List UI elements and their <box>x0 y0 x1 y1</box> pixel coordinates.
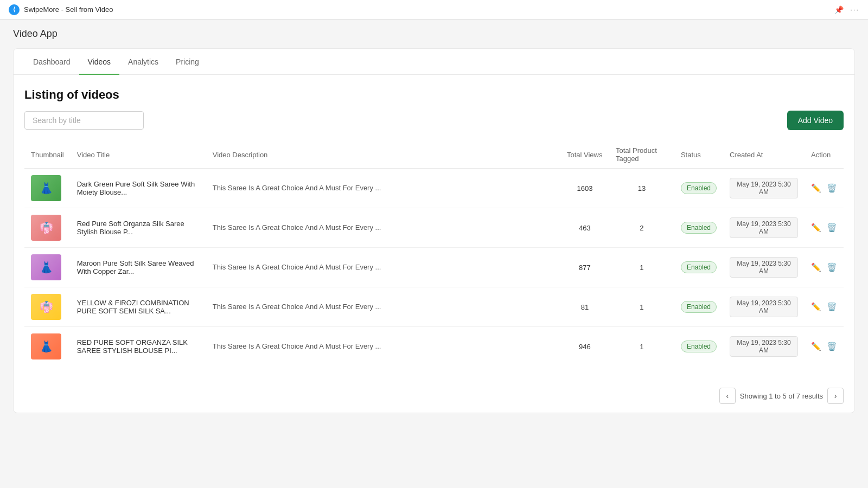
delete-icon-0[interactable]: 🗑️ <box>827 183 837 193</box>
cell-action-3: ✏️ 🗑️ <box>805 287 844 327</box>
tab-dashboard[interactable]: Dashboard <box>24 49 79 75</box>
col-created: Created At <box>723 141 805 169</box>
cell-description-0: This Saree Is A Great Choice And A Must … <box>206 169 560 208</box>
edit-icon-2[interactable]: ✏️ <box>811 262 821 272</box>
edit-icon-4[interactable]: ✏️ <box>811 342 821 351</box>
cell-status-4: Enabled <box>674 327 723 367</box>
cell-tagged-1: 2 <box>609 208 674 248</box>
cell-created-3: May 19, 2023 5:30 AM <box>723 287 805 327</box>
search-add-row: Add Video <box>24 111 844 130</box>
edit-icon-0[interactable]: ✏️ <box>811 183 821 193</box>
status-badge-3: Enabled <box>681 301 717 313</box>
action-icons-4: ✏️ 🗑️ <box>811 342 837 351</box>
page-header: Video App <box>0 20 868 40</box>
col-status: Status <box>674 141 723 169</box>
cell-tagged-0: 13 <box>609 169 674 208</box>
table-row: 👘 Red Pure Soft Organza Silk Saree Styli… <box>24 208 844 248</box>
cell-views-4: 946 <box>560 327 609 367</box>
thumbnail-img-1: 👘 <box>31 215 61 241</box>
cell-created-1: May 19, 2023 5:30 AM <box>723 208 805 248</box>
cell-created-0: May 19, 2023 5:30 AM <box>723 169 805 208</box>
cell-status-2: Enabled <box>674 248 723 287</box>
cell-title-4: RED PURE SOFT ORGANZA SILK SAREE STYLISH… <box>71 327 206 367</box>
created-badge-0: May 19, 2023 5:30 AM <box>730 178 798 198</box>
action-icons-3: ✏️ 🗑️ <box>811 302 837 312</box>
table-row: 👗 Maroon Pure Soft Silk Saree Weaved Wit… <box>24 248 844 287</box>
col-views: Total Views <box>560 141 609 169</box>
pagination-next[interactable]: › <box>827 388 844 404</box>
pin-icon[interactable]: 📌 <box>834 5 844 14</box>
table-body: 👗 Dark Green Pure Soft Silk Saree With M… <box>24 169 844 367</box>
top-bar-left: ⟨ SwipeMore - Sell from Video <box>9 4 113 15</box>
table-header: Thumbnail Video Title Video Description … <box>24 141 844 169</box>
action-icons-1: ✏️ 🗑️ <box>811 223 837 233</box>
tab-analytics[interactable]: Analytics <box>119 49 167 75</box>
col-action: Action <box>805 141 844 169</box>
cell-thumbnail-2: 👗 <box>24 248 71 287</box>
app-title: SwipeMore - Sell from Video <box>24 5 113 14</box>
cell-description-1: This Saree Is A Great Choice And A Must … <box>206 208 560 248</box>
cell-action-0: ✏️ 🗑️ <box>805 169 844 208</box>
status-badge-0: Enabled <box>681 182 717 194</box>
status-badge-4: Enabled <box>681 341 717 352</box>
delete-icon-2[interactable]: 🗑️ <box>827 262 837 272</box>
delete-icon-4[interactable]: 🗑️ <box>827 342 837 351</box>
thumbnail-img-2: 👗 <box>31 254 61 280</box>
cell-status-0: Enabled <box>674 169 723 208</box>
created-badge-4: May 19, 2023 5:30 AM <box>730 336 798 357</box>
action-icons-0: ✏️ 🗑️ <box>811 183 837 193</box>
status-badge-1: Enabled <box>681 222 717 234</box>
cell-action-4: ✏️ 🗑️ <box>805 327 844 367</box>
top-bar: ⟨ SwipeMore - Sell from Video 📌 ··· <box>0 0 868 20</box>
cell-created-4: May 19, 2023 5:30 AM <box>723 327 805 367</box>
cell-action-2: ✏️ 🗑️ <box>805 248 844 287</box>
cell-views-2: 877 <box>560 248 609 287</box>
cell-title-0: Dark Green Pure Soft Silk Saree With Moi… <box>71 169 206 208</box>
cell-thumbnail-3: 👘 <box>24 287 71 327</box>
tab-videos[interactable]: Videos <box>79 49 120 75</box>
cell-thumbnail-4: 👗 <box>24 327 71 367</box>
cell-created-2: May 19, 2023 5:30 AM <box>723 248 805 287</box>
pagination-prev[interactable]: ‹ <box>719 388 736 404</box>
created-badge-3: May 19, 2023 5:30 AM <box>730 297 798 317</box>
cell-title-3: YELLOW & FIROZI COMBINATION PURE SOFT SE… <box>71 287 206 327</box>
col-description: Video Description <box>206 141 560 169</box>
cell-status-3: Enabled <box>674 287 723 327</box>
search-input[interactable] <box>24 111 144 130</box>
edit-icon-1[interactable]: ✏️ <box>811 223 821 233</box>
logo-letter: ⟨ <box>13 6 15 13</box>
pagination-row: ‹ Showing 1 to 5 of 7 results › <box>14 379 854 413</box>
cell-description-4: This Saree Is A Great Choice And A Must … <box>206 327 560 367</box>
delete-icon-3[interactable]: 🗑️ <box>827 302 837 312</box>
cell-views-1: 463 <box>560 208 609 248</box>
delete-icon-1[interactable]: 🗑️ <box>827 223 837 233</box>
cell-action-1: ✏️ 🗑️ <box>805 208 844 248</box>
pagination-info: Showing 1 to 5 of 7 results <box>740 392 823 400</box>
status-badge-2: Enabled <box>681 261 717 273</box>
table-row: 👗 Dark Green Pure Soft Silk Saree With M… <box>24 169 844 208</box>
thumbnail-img-4: 👗 <box>31 333 61 359</box>
content-area: Listing of videos Add Video Thumbnail Vi… <box>14 75 854 379</box>
cell-tagged-3: 1 <box>609 287 674 327</box>
cell-title-1: Red Pure Soft Organza Silk Saree Stylish… <box>71 208 206 248</box>
cell-description-2: This Saree Is A Great Choice And A Must … <box>206 248 560 287</box>
cell-thumbnail-0: 👗 <box>24 169 71 208</box>
col-title: Video Title <box>71 141 206 169</box>
cell-tagged-4: 1 <box>609 327 674 367</box>
page-title: Video App <box>13 28 855 40</box>
cell-views-0: 1603 <box>560 169 609 208</box>
app-logo: ⟨ <box>9 4 20 15</box>
tab-pricing[interactable]: Pricing <box>167 49 208 75</box>
video-table: Thumbnail Video Title Video Description … <box>24 141 844 366</box>
top-bar-right: 📌 ··· <box>834 5 859 14</box>
listing-title: Listing of videos <box>24 88 844 102</box>
cell-thumbnail-1: 👘 <box>24 208 71 248</box>
more-icon[interactable]: ··· <box>850 5 859 14</box>
add-video-button[interactable]: Add Video <box>787 111 844 130</box>
col-tagged: Total Product Tagged <box>609 141 674 169</box>
table-row: 👘 YELLOW & FIROZI COMBINATION PURE SOFT … <box>24 287 844 327</box>
cell-views-3: 81 <box>560 287 609 327</box>
cell-status-1: Enabled <box>674 208 723 248</box>
col-thumbnail: Thumbnail <box>24 141 71 169</box>
edit-icon-3[interactable]: ✏️ <box>811 302 821 312</box>
